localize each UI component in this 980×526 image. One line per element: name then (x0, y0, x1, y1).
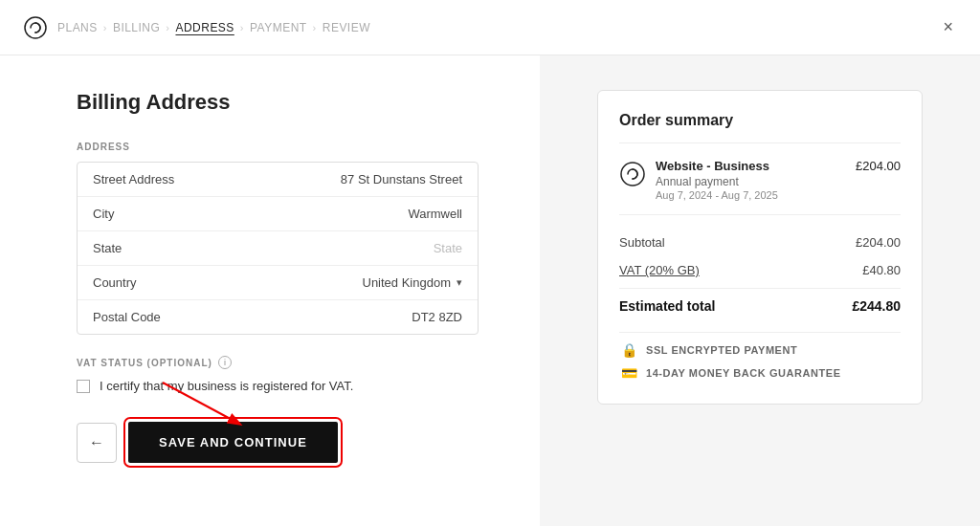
breadcrumb-sep-1: › (103, 22, 107, 33)
state-label: State (93, 241, 208, 255)
address-section-label: ADDRESS (77, 142, 494, 152)
total-label: Estimated total (619, 298, 715, 314)
order-item-row: Website - Business Annual payment Aug 7,… (619, 159, 901, 215)
money-back-icon: 💳 (619, 365, 638, 381)
order-item-details: Website - Business Annual payment Aug 7,… (656, 159, 846, 201)
squarespace-logo (23, 15, 48, 40)
left-panel: Billing Address ADDRESS Street Address 8… (0, 55, 540, 526)
postal-label: Postal Code (93, 310, 208, 324)
address-row-postal: Postal Code DT2 8ZD (78, 300, 478, 334)
subtotal-label: Subtotal (619, 235, 665, 250)
save-continue-button[interactable]: SAVE AND CONTINUE (128, 422, 338, 463)
breadcrumb-sep-3: › (240, 22, 244, 33)
city-label: City (93, 207, 208, 221)
back-button[interactable]: ← (77, 423, 117, 463)
street-label: Street Address (93, 172, 208, 186)
city-value[interactable]: Warmwell (208, 207, 462, 221)
breadcrumb-payment[interactable]: PAYMENT (250, 21, 307, 34)
close-button[interactable]: × (939, 13, 957, 41)
vat-value: £40.80 (862, 263, 901, 277)
order-item-logo-icon (619, 161, 646, 187)
address-table: Street Address 87 St Dunstans Street Cit… (77, 162, 479, 335)
order-item-date: Aug 7, 2024 - Aug 7, 2025 (656, 189, 846, 201)
lock-icon: 🔒 (619, 342, 638, 358)
address-row-country: Country United Kingdom ▾ (78, 266, 478, 300)
page-title: Billing Address (77, 90, 494, 115)
address-row-state: State State (78, 231, 478, 266)
breadcrumb-sep-4: › (313, 22, 317, 33)
address-row-street: Street Address 87 St Dunstans Street (78, 163, 478, 197)
breadcrumb-address[interactable]: ADDRESS (175, 21, 234, 34)
postal-value[interactable]: DT2 8ZD (208, 310, 462, 324)
buttons-row: ← SAVE AND CONTINUE (77, 422, 479, 463)
main-layout: Billing Address ADDRESS Street Address 8… (0, 55, 980, 526)
top-nav: PLANS › BILLING › ADDRESS › PAYMENT › RE… (0, 0, 980, 55)
country-label: Country (93, 275, 208, 290)
order-item-name: Website - Business (656, 159, 846, 173)
vat-checkbox-label: I certify that my business is registered… (100, 379, 353, 393)
breadcrumb-review[interactable]: REVIEW (323, 21, 370, 34)
state-value[interactable]: State (208, 241, 462, 255)
chevron-down-icon: ▾ (457, 276, 462, 289)
vat-checkbox[interactable] (77, 380, 90, 393)
address-row-city: City Warmwell (78, 197, 478, 231)
right-panel: Order summary Website - Business Annual … (540, 55, 980, 526)
total-row: Estimated total £244.80 (619, 288, 901, 320)
vat-checkbox-row: I certify that my business is registered… (77, 379, 479, 393)
breadcrumb: PLANS › BILLING › ADDRESS › PAYMENT › RE… (57, 21, 370, 34)
order-summary-card: Order summary Website - Business Annual … (597, 90, 923, 405)
country-value[interactable]: United Kingdom ▾ (208, 275, 462, 290)
money-back-row: 💳 14-DAY MONEY BACK GUARANTEE (619, 363, 901, 386)
breadcrumb-plans[interactable]: PLANS (57, 21, 98, 34)
svg-point-1 (621, 163, 644, 186)
breadcrumb-sep-2: › (166, 22, 169, 33)
money-back-label: 14-DAY MONEY BACK GUARANTEE (646, 367, 841, 379)
breadcrumb-billing[interactable]: BILLING (113, 21, 160, 34)
nav-left: PLANS › BILLING › ADDRESS › PAYMENT › RE… (23, 15, 370, 40)
order-summary-title: Order summary (619, 112, 901, 143)
vat-section: VAT STATUS (OPTIONAL) i I certify that m… (77, 356, 479, 393)
vat-label[interactable]: VAT (20% GB) (619, 263, 700, 277)
vat-section-label: VAT STATUS (OPTIONAL) (77, 358, 212, 368)
ssl-label: SSL ENCRYPTED PAYMENT (646, 344, 797, 356)
order-item-sub: Annual payment (656, 175, 846, 188)
subtotal-row: Subtotal £204.00 (619, 229, 901, 256)
vat-label-row: VAT STATUS (OPTIONAL) i (77, 356, 479, 369)
info-icon[interactable]: i (218, 356, 232, 369)
subtotal-value: £204.00 (856, 235, 901, 250)
total-value: £244.80 (852, 298, 901, 314)
order-item-price: £204.00 (856, 159, 901, 173)
vat-row: VAT (20% GB) £40.80 (619, 256, 901, 284)
street-value[interactable]: 87 St Dunstans Street (208, 172, 462, 186)
ssl-row: 🔒 SSL ENCRYPTED PAYMENT (619, 332, 901, 363)
